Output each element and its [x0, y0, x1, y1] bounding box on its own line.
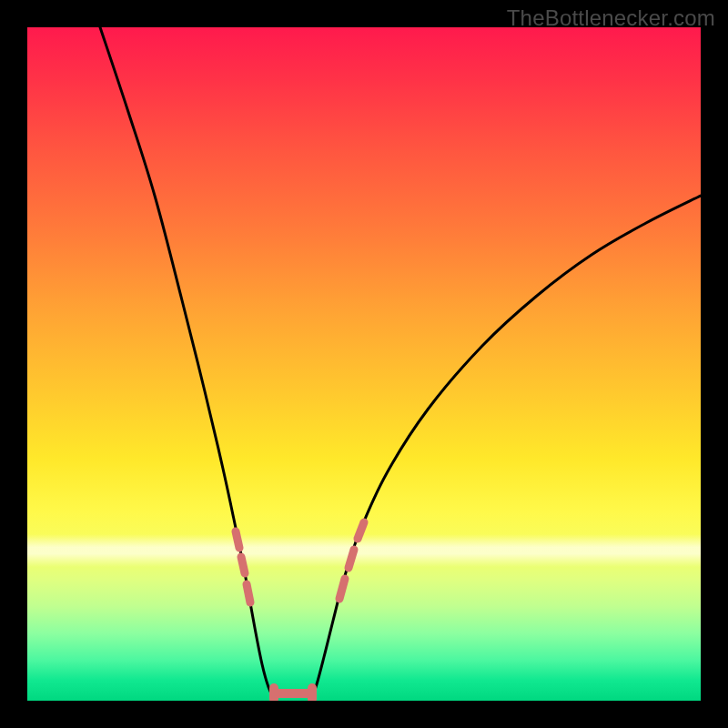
dash-segment [339, 579, 345, 599]
dash-segment [241, 557, 245, 573]
right-curve [311, 196, 701, 700]
chart-frame: TheBottlenecker.com [0, 0, 728, 728]
dash-segment [349, 550, 354, 568]
dash-segment [236, 531, 239, 548]
dash-segment [247, 584, 250, 602]
plot-area [27, 27, 701, 701]
curves-svg [27, 27, 701, 701]
dash-segment [358, 522, 364, 539]
watermark-text: TheBottlenecker.com [507, 5, 715, 31]
